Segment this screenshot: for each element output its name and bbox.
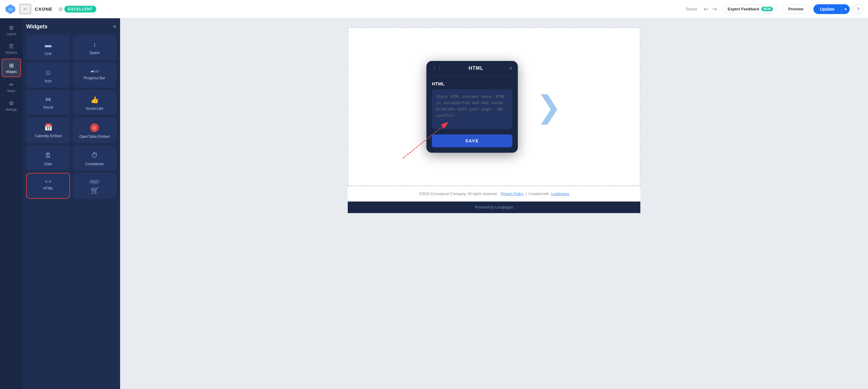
html-widget-header: ⋮⋮ HTML × bbox=[426, 61, 518, 76]
line-icon: ▬ bbox=[45, 41, 52, 49]
sidebar-item-layout[interactable]: ⊞ Layout bbox=[2, 21, 21, 39]
update-button-group: Update ▾ bbox=[813, 4, 850, 14]
redo-button[interactable]: ↪ bbox=[711, 5, 719, 14]
calendly-icon: 📅 bbox=[44, 123, 53, 131]
pro-badge: Pro+ bbox=[89, 180, 100, 184]
expert-feedback-label: Expert Feedback bbox=[728, 7, 760, 11]
canvas-content: ⋮⋮ HTML × HTML SAVE ❯ bbox=[348, 49, 640, 165]
widget-social-label: Social bbox=[43, 105, 53, 110]
expert-feedback-button[interactable]: Expert Feedback NEW bbox=[723, 5, 778, 13]
widget-social[interactable]: ⋈ Social bbox=[26, 90, 70, 115]
layout-icon: ⊞ bbox=[9, 24, 14, 31]
settings-icon: ⚙ bbox=[9, 100, 14, 107]
sidebar-label-settings: Settings bbox=[6, 108, 17, 111]
widgets-icon: ⊞ bbox=[9, 62, 14, 69]
logo-icon bbox=[5, 4, 16, 14]
back-button[interactable]: ← bbox=[20, 4, 31, 14]
sidebar-item-sections[interactable]: ☰ Sections bbox=[2, 40, 21, 57]
html-icon: < > bbox=[45, 179, 51, 184]
countdown-icon: ⏱ bbox=[91, 151, 98, 159]
widget-date[interactable]: 🗓 Date bbox=[26, 145, 70, 171]
widget-space-label: Space bbox=[89, 51, 100, 55]
powered-bar: Powered by Leadpages bbox=[348, 202, 640, 213]
footer-copyright: ©2020 Conceptual Company. All rights res… bbox=[419, 192, 498, 196]
widget-line[interactable]: ▬ Line bbox=[26, 35, 70, 60]
canvas-footer: ©2020 Conceptual Company. All rights res… bbox=[348, 186, 640, 202]
widget-countdown-label: Countdown bbox=[85, 162, 104, 166]
date-icon: 🗓 bbox=[45, 151, 52, 159]
widgets-panel-title: Widgets bbox=[26, 24, 48, 30]
help-button[interactable]: ? bbox=[854, 4, 863, 14]
progress-bar-icon: ▰▱▱ bbox=[91, 68, 99, 73]
sidebar-item-styles[interactable]: ✏ Styles bbox=[2, 78, 21, 96]
icon-icon: ☺ bbox=[45, 68, 52, 77]
styles-icon: ✏ bbox=[9, 81, 14, 88]
widgets-panel-header: Widgets × bbox=[26, 23, 117, 30]
undo-button[interactable]: ↩ bbox=[702, 5, 710, 14]
widget-countdown[interactable]: ⏱ Countdown bbox=[72, 145, 117, 171]
privacy-policy-link[interactable]: Privacy Policy bbox=[501, 192, 524, 196]
widgets-grid: ▬ Line ↕ Space ☺ Icon ▰▱▱ Progress Bar ⋈… bbox=[26, 35, 117, 199]
widget-calendly-embed[interactable]: 📅 Calendly Embed bbox=[26, 117, 70, 143]
sidebar-label-widgets: Widgets bbox=[6, 70, 17, 73]
preview-button[interactable]: Preview bbox=[782, 5, 809, 13]
powered-label: Powered by Leadpages bbox=[475, 205, 513, 209]
canvas-page: ⋮⋮ HTML × HTML SAVE ❯ bbox=[348, 27, 640, 186]
page-title: CXONE bbox=[35, 6, 53, 11]
widgets-panel: Widgets × ▬ Line ↕ Space ☺ Icon ▰▱▱ Prog… bbox=[23, 18, 120, 389]
html-widget-field-label: HTML bbox=[432, 81, 512, 86]
canvas-area: ⋮⋮ HTML × HTML SAVE ❯ bbox=[120, 18, 868, 389]
sidebar-item-widgets[interactable]: ⊞ Widgets bbox=[2, 59, 21, 77]
new-badge: NEW bbox=[761, 7, 773, 11]
footer-created-with: Created with bbox=[528, 192, 549, 196]
topbar: ← CXONE ⊙ EXCELLENT Saved ↩ ↪ Expert Fee… bbox=[0, 0, 868, 18]
widget-icon[interactable]: ☺ Icon bbox=[26, 62, 70, 88]
widget-icon-label: Icon bbox=[45, 79, 52, 83]
social-like-icon: 👍 bbox=[91, 96, 99, 104]
widgets-close-button[interactable]: × bbox=[113, 23, 117, 30]
saved-status: Saved bbox=[686, 7, 697, 11]
widget-checkout[interactable]: Pro+ 🛒 bbox=[72, 173, 117, 199]
opentable-icon: ⊙ bbox=[90, 123, 99, 132]
widget-html[interactable]: < > HTML bbox=[26, 173, 70, 199]
widget-opentable-embed[interactable]: ⊙ OpenTable Embed bbox=[72, 117, 117, 143]
html-content-input[interactable] bbox=[432, 89, 512, 129]
drag-handle-icon: ⋮⋮ bbox=[432, 65, 443, 71]
social-icon: ⋈ bbox=[45, 96, 51, 103]
footer-separator: | bbox=[525, 192, 526, 196]
sidebar-label-layout: Layout bbox=[7, 32, 16, 36]
checkout-icon: 🛒 bbox=[91, 186, 99, 194]
target-icon: ⊙ bbox=[59, 6, 62, 12]
undo-redo-group: ↩ ↪ bbox=[702, 5, 719, 14]
widget-progress-bar-label: Progress Bar bbox=[84, 76, 105, 80]
leadpages-link[interactable]: Leadpages bbox=[551, 192, 569, 196]
widget-opentable-label: OpenTable Embed bbox=[79, 134, 110, 139]
status-badge-wrap: ⊙ EXCELLENT bbox=[59, 6, 96, 12]
space-icon: ↕ bbox=[93, 41, 96, 48]
next-chevron-icon[interactable]: ❯ bbox=[536, 91, 562, 122]
widget-line-label: Line bbox=[45, 52, 52, 56]
sections-icon: ☰ bbox=[9, 43, 14, 50]
html-widget-title: HTML bbox=[469, 65, 484, 71]
main-layout: ⊞ Layout ☰ Sections ⊞ Widgets ✏ Styles ⚙… bbox=[0, 18, 868, 389]
left-sidebar: ⊞ Layout ☰ Sections ⊞ Widgets ✏ Styles ⚙… bbox=[0, 18, 23, 389]
html-widget-body: HTML SAVE bbox=[426, 76, 518, 153]
widget-space[interactable]: ↕ Space bbox=[72, 35, 117, 60]
widget-progress-bar[interactable]: ▰▱▱ Progress Bar bbox=[72, 62, 117, 88]
html-widget-close-button[interactable]: × bbox=[509, 65, 512, 72]
update-button[interactable]: Update bbox=[813, 4, 841, 14]
widget-date-label: Date bbox=[44, 162, 52, 166]
html-widget-modal: ⋮⋮ HTML × HTML SAVE bbox=[426, 61, 518, 153]
widget-html-label: HTML bbox=[43, 186, 53, 190]
sidebar-label-sections: Sections bbox=[5, 51, 17, 54]
sidebar-label-styles: Styles bbox=[7, 89, 15, 93]
update-dropdown-button[interactable]: ▾ bbox=[841, 4, 850, 14]
widget-social-like-label: Social Like bbox=[86, 107, 103, 111]
excellent-badge: EXCELLENT bbox=[64, 6, 96, 12]
sidebar-item-settings[interactable]: ⚙ Settings bbox=[2, 97, 21, 114]
html-save-button[interactable]: SAVE bbox=[432, 134, 512, 147]
widget-calendly-label: Calendly Embed bbox=[35, 134, 62, 138]
widget-social-like[interactable]: 👍 Social Like bbox=[72, 90, 117, 115]
